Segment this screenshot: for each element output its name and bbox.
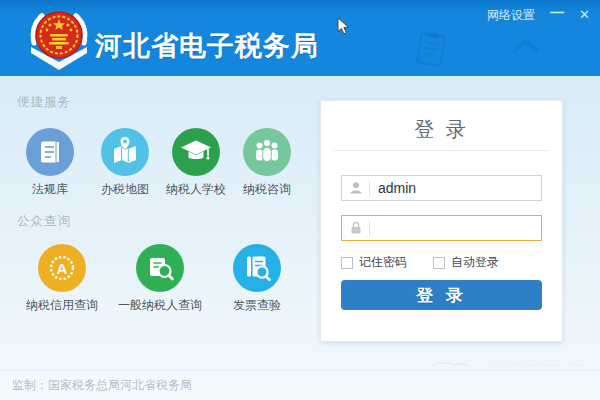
tax-bureau-emblem bbox=[27, 7, 91, 79]
queries-section-heading: 公众查询 bbox=[17, 213, 71, 230]
people-icon bbox=[243, 128, 291, 176]
login-options-row: 记住密码 自动登录 bbox=[341, 254, 542, 271]
remember-password-label: 记住密码 bbox=[359, 254, 407, 271]
remember-password-option[interactable]: 记住密码 bbox=[341, 254, 407, 271]
clipboard-deco-icon bbox=[412, 28, 450, 73]
query-item-tax-credit[interactable]: A 纳税信用查询 bbox=[14, 244, 110, 314]
auto-login-checkbox[interactable] bbox=[433, 257, 445, 269]
login-submit-button[interactable]: 登 录 bbox=[341, 280, 542, 310]
password-input[interactable] bbox=[370, 216, 541, 240]
user-icon bbox=[342, 180, 369, 196]
mouse-cursor bbox=[337, 17, 350, 39]
service-item-tax-consultation[interactable]: 纳税咨询 bbox=[225, 128, 309, 198]
supervisor-text: 监制：国家税务总局河北省税务局 bbox=[12, 377, 192, 394]
username-field-row bbox=[341, 175, 542, 201]
username-input[interactable] bbox=[370, 176, 541, 200]
minimize-button[interactable]: — bbox=[550, 3, 564, 21]
book-icon bbox=[26, 128, 74, 176]
service-item-label: 纳税咨询 bbox=[225, 181, 309, 198]
login-title: 登 录 bbox=[321, 116, 562, 143]
auto-login-option[interactable]: 自动登录 bbox=[433, 254, 499, 271]
service-item-regulations[interactable]: 法规库 bbox=[8, 128, 92, 198]
app-header: 河北省电子税务局 网络设置 — ✕ bbox=[0, 0, 600, 76]
network-settings-button[interactable]: 网络设置 bbox=[487, 6, 535, 24]
invoice-search-icon bbox=[233, 244, 281, 292]
credit-a-icon: A bbox=[38, 244, 86, 292]
query-item-label: 一般纳税人查询 bbox=[112, 297, 208, 314]
app-title: 河北省电子税务局 bbox=[95, 28, 319, 64]
password-field-row bbox=[341, 215, 542, 241]
login-title-divider bbox=[333, 150, 550, 151]
doc-search-icon bbox=[136, 244, 184, 292]
footer-bar: 监制：国家税务总局河北省税务局 bbox=[0, 370, 600, 400]
titlebar-controls: 网络设置 — ✕ bbox=[487, 6, 590, 24]
home-deco-icon bbox=[512, 38, 540, 64]
query-item-general-taxpayer[interactable]: 一般纳税人查询 bbox=[112, 244, 208, 314]
services-section-heading: 便捷服务 bbox=[17, 94, 71, 111]
service-item-label: 法规库 bbox=[8, 181, 92, 198]
map-pin-icon bbox=[101, 128, 149, 176]
lock-icon bbox=[342, 220, 369, 236]
login-panel: 登 录 记住密码 自动登录 登 录 bbox=[320, 100, 563, 342]
auto-login-label: 自动登录 bbox=[451, 254, 499, 271]
query-item-label: 发票查验 bbox=[209, 297, 305, 314]
query-item-invoice-check[interactable]: 发票查验 bbox=[209, 244, 305, 314]
remember-password-checkbox[interactable] bbox=[341, 257, 353, 269]
graduation-cap-icon bbox=[172, 128, 220, 176]
close-button[interactable]: ✕ bbox=[579, 6, 590, 24]
query-item-label: 纳税信用查询 bbox=[14, 297, 110, 314]
svg-text:A: A bbox=[57, 260, 68, 277]
